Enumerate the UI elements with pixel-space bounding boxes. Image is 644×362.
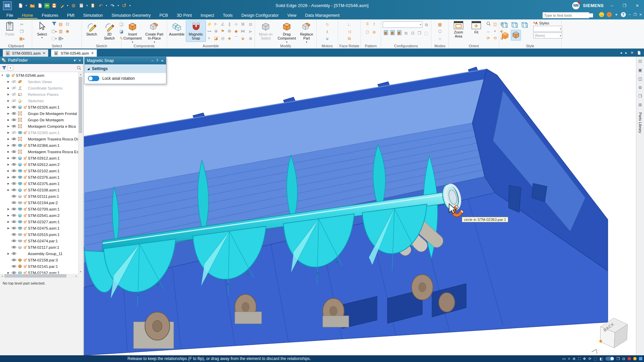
pan-icon[interactable]: ↔ bbox=[485, 28, 491, 34]
menu-item-features[interactable]: Features bbox=[38, 12, 63, 19]
select-filter-icon[interactable] bbox=[51, 21, 57, 27]
assemble-button[interactable]: Assemble bbox=[168, 20, 185, 42]
visibility-off-icon[interactable] bbox=[11, 86, 17, 90]
look-at-face-icon[interactable]: ◫ bbox=[492, 21, 498, 27]
visibility-icon[interactable] bbox=[11, 150, 17, 154]
match-coord-icon[interactable]: ⊹ bbox=[233, 21, 239, 27]
sheet-icon[interactable]: Sh bbox=[44, 3, 50, 8]
visibility-icon[interactable] bbox=[11, 188, 17, 192]
tab-scroll-right-icon[interactable]: ▸ bbox=[625, 51, 627, 55]
settings-section-header[interactable]: ◢ Settings bbox=[85, 64, 166, 73]
dialog-close-icon[interactable]: ✕ bbox=[161, 59, 164, 63]
status-info-indicator[interactable] bbox=[639, 357, 642, 360]
axial-align-icon[interactable]: ⊩ bbox=[213, 21, 219, 27]
expand-icon[interactable]: ▶ bbox=[6, 106, 11, 109]
open-icon[interactable] bbox=[29, 2, 36, 9]
new-window-icon[interactable] bbox=[637, 51, 641, 55]
visibility-icon[interactable] bbox=[11, 271, 17, 274]
menu-item-home[interactable]: Home bbox=[17, 12, 37, 19]
status-rotate-icon[interactable]: ⟳ bbox=[588, 357, 591, 361]
plane-face-icon[interactable]: ⧉ bbox=[346, 36, 353, 42]
center-plane-icon[interactable]: ◈ bbox=[226, 35, 232, 41]
camera-tool-icon[interactable]: ⊡ bbox=[638, 59, 643, 64]
shaded-style-icon[interactable] bbox=[501, 31, 509, 39]
select-clear-icon[interactable] bbox=[64, 35, 70, 41]
config-zone-icon[interactable]: ⬚ bbox=[423, 30, 429, 36]
tree-item-stm-02102-asm-1[interactable]: ▶STM-02102.asm:1 bbox=[0, 168, 78, 174]
tree-item-stm-02541-asm-2[interactable]: ▶STM-02541.asm:2 bbox=[0, 212, 78, 219]
menu-item-tools[interactable]: Tools bbox=[218, 12, 237, 19]
dialog-minimize-icon[interactable]: ─ bbox=[151, 59, 154, 63]
redo-icon[interactable]: ↷ bbox=[109, 2, 116, 9]
tree-item-grupo-de-montagem[interactable]: ▶Grupo De Montagem bbox=[0, 117, 78, 123]
expand-icon[interactable]: ▶ bbox=[6, 80, 11, 83]
rigid-icon[interactable]: ◆ bbox=[233, 28, 239, 34]
zoom-area-button[interactable]: Zoom Area bbox=[450, 20, 467, 42]
motor-group-icon[interactable]: ⊍ bbox=[324, 36, 330, 42]
config-copy-icon[interactable]: ⧉ bbox=[403, 30, 409, 36]
sensors-tool-icon[interactable]: ◫ bbox=[638, 76, 643, 81]
visibility-icon[interactable] bbox=[11, 226, 17, 230]
assemble-pick-icon[interactable]: ⊳ bbox=[248, 28, 254, 35]
tree-item-stm-02111-psm-1[interactable]: STM-02111.psm:1 bbox=[0, 193, 78, 199]
visibility-icon[interactable] bbox=[11, 207, 17, 211]
library-tool-icon[interactable]: ❐ bbox=[638, 94, 643, 99]
linear-motor-icon[interactable]: ⍋ bbox=[324, 28, 330, 35]
tree-item-stm-02376-asm-1[interactable]: ▶STM-02376.asm:1 bbox=[0, 174, 78, 180]
tree-item-stm-02108-asm-1[interactable]: ▶STM-02108.asm:1 bbox=[0, 187, 78, 193]
expand-icon[interactable]: ▶ bbox=[6, 176, 11, 179]
visibility-icon[interactable] bbox=[11, 169, 17, 173]
tab-list-close-icon[interactable]: ✕ bbox=[631, 51, 634, 55]
expand-icon[interactable]: ▶ bbox=[6, 100, 11, 102]
menu-item-inspect[interactable]: Inspect bbox=[196, 12, 218, 19]
move-on-select-button[interactable]: Move on Select bbox=[256, 20, 276, 42]
tree-item-stm-02117-psm-1[interactable]: STM-02117.psm:1 bbox=[0, 244, 78, 250]
planar-align-icon[interactable]: ⊧ bbox=[206, 35, 212, 41]
undo-icon[interactable]: ↶ bbox=[97, 2, 104, 9]
menu-item-3d-print[interactable]: 3D Print bbox=[172, 12, 196, 19]
simplify-mode-icon[interactable]: ▦ bbox=[437, 21, 443, 27]
dialog-help-icon[interactable]: ? bbox=[156, 59, 158, 63]
fit-button[interactable]: ✥Fit bbox=[468, 20, 485, 42]
visibility-icon[interactable] bbox=[11, 124, 17, 128]
menu-item-simulation-geometry[interactable]: Simulation Geometry bbox=[107, 12, 155, 19]
status-zoom-area-icon[interactable]: ⌗ bbox=[568, 357, 570, 361]
visibility-icon[interactable] bbox=[11, 239, 17, 243]
pattern-along-icon[interactable]: ⌇ bbox=[371, 21, 377, 27]
pathfinder-header[interactable]: PathFinder ▼̄ ✕ bbox=[0, 57, 83, 64]
clipboard-icon[interactable] bbox=[78, 2, 85, 9]
scroll-down-icon[interactable]: ▼ bbox=[78, 269, 83, 274]
model-mode-icon[interactable]: ⎔ bbox=[437, 28, 443, 35]
visibility-icon[interactable] bbox=[11, 112, 17, 115]
tree-item-stm-02326-asm-1[interactable]: ▶STM-02326.asm:1 bbox=[0, 104, 78, 110]
pattern-icon[interactable]: ⠿ bbox=[365, 21, 371, 27]
select-options-icon[interactable]: ▦▾ bbox=[58, 35, 64, 41]
expand-icon[interactable]: ▶ bbox=[6, 182, 11, 185]
close-button[interactable]: ✕ bbox=[633, 2, 642, 9]
assembly-3d-view[interactable] bbox=[84, 57, 636, 355]
family-tool-icon[interactable]: ⊞ bbox=[638, 102, 643, 108]
status-pan-icon[interactable]: ✥ bbox=[583, 357, 586, 361]
menu-item-file[interactable]: File bbox=[2, 12, 17, 19]
select-body-icon[interactable]: ▥ bbox=[58, 28, 64, 34]
paste-special-icon[interactable]: ▣▾ bbox=[19, 36, 25, 42]
status-toggle[interactable] bbox=[605, 357, 614, 361]
cone-face-icon[interactable]: ◁ bbox=[346, 28, 353, 35]
pathfinder-pin-icon[interactable]: ▼̄ bbox=[73, 59, 76, 62]
menu-item-view[interactable]: View bbox=[283, 12, 301, 19]
clipboard-dropdown-icon[interactable]: ▾ bbox=[86, 4, 89, 7]
expand-icon[interactable]: ▶ bbox=[6, 214, 11, 217]
select-sphere-icon[interactable]: ◉ bbox=[64, 28, 70, 34]
tree-item-section-views[interactable]: ▶Section Views bbox=[0, 78, 78, 85]
connect-icon[interactable]: ◪ bbox=[213, 35, 219, 41]
user-avatar[interactable]: NM bbox=[572, 2, 580, 9]
status-select-icon[interactable]: ▭ bbox=[562, 357, 566, 361]
select-component-icon[interactable]: ▤ bbox=[58, 21, 64, 27]
perpendicular-face-icon[interactable]: ∟ bbox=[346, 21, 353, 27]
doc-minimize-icon[interactable]: ─ bbox=[629, 13, 631, 16]
menu-item-pmi[interactable]: PMI bbox=[63, 12, 79, 19]
select-button[interactable]: Select▾ bbox=[33, 20, 51, 42]
3d-sketch-button[interactable]: 3D Sketch bbox=[101, 20, 118, 42]
tree-item-stm-02612-asm-1[interactable]: ▶STM-02612.asm:1 bbox=[0, 155, 78, 161]
status-fit-icon[interactable]: ⛶ bbox=[578, 357, 581, 361]
